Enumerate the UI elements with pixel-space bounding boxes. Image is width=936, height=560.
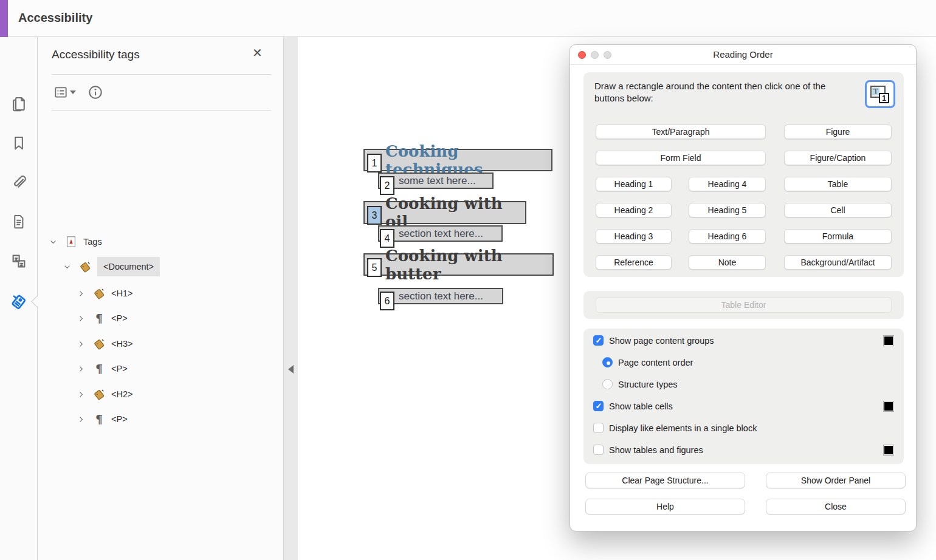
heading-6-button[interactable]: Heading 6 <box>689 229 766 244</box>
table-editor-button: Table Editor <box>596 297 892 313</box>
pdf-root-icon <box>64 234 78 249</box>
tree-row-h1[interactable]: <H1> <box>76 284 132 302</box>
structure-types-option[interactable]: Structure types <box>602 379 678 389</box>
doc-heading-text: Cooking with butter <box>385 247 552 283</box>
reading-order-number[interactable]: 2 <box>380 176 394 195</box>
reading-order-number[interactable]: 4 <box>380 229 394 248</box>
list-options-icon[interactable] <box>53 84 76 100</box>
paragraph-icon: ¶ <box>92 361 106 376</box>
accessibility-tags-icon[interactable] <box>9 292 29 312</box>
content-group-heading2[interactable]: Cooking with oil <box>363 201 526 224</box>
tree-label-selected[interactable]: <Document> <box>97 257 160 276</box>
heading-2-button[interactable]: Heading 2 <box>596 203 672 217</box>
reading-order-number[interactable]: 5 <box>367 258 382 277</box>
content-group-heading1[interactable]: Cooking techniques <box>363 149 552 171</box>
content-groups-color-swatch[interactable] <box>883 335 894 346</box>
reading-order-number[interactable]: 6 <box>380 292 394 310</box>
checkbox-checked-icon[interactable] <box>593 401 604 411</box>
clear-page-structure-button[interactable]: Clear Page Structure... <box>585 473 745 488</box>
tree-row-h3[interactable]: <H3> <box>76 335 132 353</box>
checkbox-unchecked-icon[interactable] <box>593 423 604 433</box>
page-content-order-option[interactable]: Page content order <box>602 357 693 367</box>
bookmarks-icon[interactable] <box>9 134 29 153</box>
heading-1-button[interactable]: Heading 1 <box>596 177 672 191</box>
text-paragraph-button[interactable]: Text/Paragraph <box>596 125 766 139</box>
tree-row-p1[interactable]: ¶ <P> <box>76 309 128 327</box>
dialog-titlebar[interactable]: Reading Order <box>570 45 916 65</box>
organize-pages-icon[interactable] <box>9 94 29 114</box>
tree-label[interactable]: <H3> <box>111 339 132 349</box>
help-button[interactable]: Help <box>585 499 745 514</box>
tree-row-p2[interactable]: ¶ <P> <box>76 360 128 378</box>
tag-icon <box>92 336 106 351</box>
checkbox-checked-icon[interactable] <box>593 335 604 346</box>
heading-4-button[interactable]: Heading 4 <box>689 177 766 191</box>
tree-label[interactable]: <P> <box>111 414 128 424</box>
heading-5-button[interactable]: Heading 5 <box>689 203 766 217</box>
option-label: Show tables and figures <box>609 445 703 455</box>
panel-resize-strip[interactable] <box>283 37 298 560</box>
close-icon[interactable]: ✕ <box>252 47 263 59</box>
figure-caption-button[interactable]: Figure/Caption <box>784 151 892 165</box>
purple-accent-bar <box>0 0 8 37</box>
tree-label[interactable]: Tags <box>83 237 102 247</box>
app-window: Accessibility Accessibility tags ✕ <box>0 0 936 560</box>
formula-button[interactable]: Formula <box>784 229 892 244</box>
checkbox-unchecked-icon[interactable] <box>593 445 604 455</box>
info-icon[interactable] <box>87 84 104 101</box>
show-page-content-groups-option[interactable]: Show page content groups <box>593 335 714 346</box>
radio-selected-icon[interactable] <box>602 357 613 367</box>
content-group-paragraph2[interactable]: section text here... <box>378 225 503 242</box>
tree-row-p3[interactable]: ¶ <P> <box>76 410 128 428</box>
form-field-button[interactable]: Form Field <box>596 151 766 165</box>
cell-button[interactable]: Cell <box>784 203 892 217</box>
tree-label[interactable]: <H1> <box>111 289 132 298</box>
attachments-icon[interactable] <box>9 172 29 192</box>
tree-label[interactable]: <H2> <box>111 389 132 399</box>
chevron-right-icon[interactable] <box>76 389 86 399</box>
order-number-icon: 1 <box>879 93 889 103</box>
content-group-heading3[interactable]: Cooking with butter <box>363 253 554 276</box>
chevron-right-icon[interactable] <box>76 313 86 323</box>
collapse-panel-arrow-icon[interactable] <box>288 365 294 374</box>
chevron-right-icon[interactable] <box>76 414 86 424</box>
content-group-paragraph3[interactable]: section text here... <box>378 288 503 304</box>
chevron-down-icon[interactable] <box>62 262 72 271</box>
tree-row-tags-root[interactable]: Tags <box>48 233 102 251</box>
option-label: Show page content groups <box>609 336 714 346</box>
figure-button[interactable]: Figure <box>784 125 892 139</box>
reading-order-number-selected[interactable]: 3 <box>367 206 382 225</box>
display-like-elements-option[interactable]: Display like elements in a single block <box>593 423 757 433</box>
reading-order-number[interactable]: 1 <box>367 154 382 172</box>
background-artifact-button[interactable]: Background/Artifact <box>784 255 892 270</box>
doc-body-text: some text here... <box>399 175 476 187</box>
tree-label[interactable]: <P> <box>111 313 128 323</box>
tree-row-h2[interactable]: <H2> <box>76 385 132 403</box>
table-cells-color-swatch[interactable] <box>883 401 894 412</box>
page-thumbnails-icon[interactable] <box>9 212 29 231</box>
show-tables-figures-option[interactable]: Show tables and figures <box>593 445 703 455</box>
structure-type-mode-button[interactable]: T 1 <box>865 80 895 108</box>
show-table-cells-option[interactable]: Show table cells <box>593 401 673 411</box>
show-order-panel-button[interactable]: Show Order Panel <box>766 473 906 488</box>
chevron-right-icon[interactable] <box>76 364 86 374</box>
close-button[interactable]: Close <box>766 499 906 514</box>
table-button[interactable]: Table <box>784 177 892 191</box>
chevron-down-icon[interactable] <box>48 237 58 247</box>
option-label: Structure types <box>618 380 678 389</box>
radio-unselected-icon[interactable] <box>602 379 613 389</box>
alternate-text-icon[interactable] <box>9 251 29 271</box>
table-editor-panel: Table Editor <box>583 291 904 319</box>
chevron-right-icon[interactable] <box>76 339 86 349</box>
content-group-paragraph1[interactable]: some text here... <box>378 172 494 189</box>
tag-icon <box>78 259 92 274</box>
reference-button[interactable]: Reference <box>596 255 672 270</box>
note-button[interactable]: Note <box>689 255 766 270</box>
tree-label[interactable]: <P> <box>111 364 128 374</box>
accessibility-tags-panel: Accessibility tags ✕ Tags <box>38 37 283 560</box>
chevron-right-icon[interactable] <box>76 289 86 298</box>
tree-row-document[interactable]: <Document> <box>62 258 160 276</box>
heading-3-button[interactable]: Heading 3 <box>596 229 672 244</box>
tables-figures-color-swatch[interactable] <box>883 445 894 456</box>
left-tool-rail <box>0 37 38 560</box>
